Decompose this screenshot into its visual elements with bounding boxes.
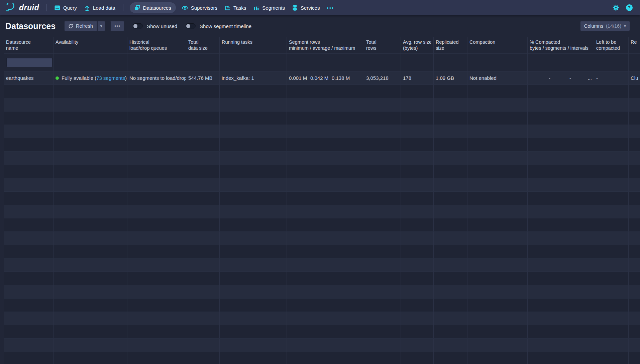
nav-tab-tasks[interactable]: Tasks xyxy=(221,0,250,15)
nav-tab-services[interactable]: Services xyxy=(289,0,324,15)
columns-label: Columns xyxy=(584,23,603,29)
segments-count-link[interactable]: 73 segments xyxy=(96,75,125,81)
table-row-empty xyxy=(4,285,640,299)
cell-left-to-be-compacted: - xyxy=(594,71,629,84)
nav-tab-label: Tasks xyxy=(233,5,246,11)
filter-cell xyxy=(186,54,220,71)
table-row-empty xyxy=(4,138,640,152)
settings-button[interactable] xyxy=(613,4,619,11)
upload-icon xyxy=(84,5,90,11)
table-row-empty xyxy=(4,218,640,232)
table-row-empty xyxy=(4,178,640,192)
filter-cell xyxy=(594,54,629,71)
datasources-table: DatasourcenameAvailabilityHistoricalload… xyxy=(4,37,640,364)
column-header-1[interactable]: Availability xyxy=(54,37,127,53)
column-header-9[interactable]: Compaction xyxy=(467,37,528,53)
nav-tab-query[interactable]: Query xyxy=(51,0,81,15)
nav-tab-label: Query xyxy=(63,5,77,11)
table-row-empty xyxy=(4,152,640,165)
nav-tab-load-data[interactable]: Load data xyxy=(81,0,119,15)
filter-cell xyxy=(54,54,127,71)
table-row-earthquakes: earthquakes Fully available ( 73 segment… xyxy=(4,71,640,85)
druid-logo[interactable]: druid xyxy=(5,3,39,12)
table-row-empty xyxy=(4,165,640,178)
filter-cell xyxy=(287,54,364,71)
column-header-2[interactable]: Historicalload/drop queues xyxy=(127,37,186,53)
nav-tab-label: Segments xyxy=(262,5,285,11)
cell-pct-compacted: - - ... xyxy=(528,71,594,84)
switch-knob xyxy=(133,24,137,28)
gear-icon xyxy=(613,4,619,11)
show-segment-timeline-label: Show segment timeline xyxy=(200,23,251,29)
cell-historical-queues: No segments to load/drop xyxy=(127,71,186,84)
table-row-empty xyxy=(4,112,640,125)
nav-tab-label: Load data xyxy=(93,5,115,11)
table-header-row: DatasourcenameAvailabilityHistoricalload… xyxy=(4,37,640,54)
columns-dropdown-button[interactable]: Columns (14/16) ▾ xyxy=(580,21,630,31)
cell-avg-row-size: 178 xyxy=(401,71,434,84)
more-horizontal-icon: ••• xyxy=(114,23,120,29)
view-toolbar: Datasources Refresh ▾ ••• Show unused Sh… xyxy=(0,15,640,37)
switch-knob xyxy=(186,24,190,28)
filter-cell xyxy=(127,54,186,71)
table-row-empty xyxy=(4,85,640,98)
table-body: earthquakes Fully available ( 73 segment… xyxy=(4,71,640,364)
column-header-3[interactable]: Totaldata size xyxy=(186,37,220,53)
show-unused-switch[interactable] xyxy=(133,23,143,29)
show-segment-timeline-switch[interactable] xyxy=(186,23,196,29)
available-dot-icon xyxy=(56,76,59,80)
datasource-name-filter-input[interactable] xyxy=(6,58,52,67)
refresh-button[interactable]: Refresh xyxy=(64,21,97,31)
column-header-12[interactable]: Re xyxy=(629,37,640,53)
cell-availability: Fully available ( 73 segments ) xyxy=(54,71,127,84)
column-header-7[interactable]: Avg. row size(bytes) xyxy=(401,37,434,53)
column-header-0[interactable]: Datasourcename xyxy=(4,37,54,53)
refresh-interval-dropdown-button[interactable]: ▾ xyxy=(97,21,105,31)
page-title: Datasources xyxy=(5,21,56,31)
nav-tab-label: Supervisors xyxy=(191,5,217,11)
availability-text: Fully available ( xyxy=(62,75,96,81)
help-icon: ? xyxy=(626,4,633,11)
show-unused-label: Show unused xyxy=(147,23,177,29)
cell-total-data-size: 544.76 MB xyxy=(186,71,220,84)
table-row-empty xyxy=(4,325,640,339)
nav-tab-segments[interactable]: Segments xyxy=(250,0,289,15)
table-row-empty xyxy=(4,312,640,325)
column-header-8[interactable]: Replicatedsize xyxy=(434,37,467,53)
columns-count: (14/16) xyxy=(606,23,621,29)
druid-logo-icon xyxy=(5,3,16,12)
column-header-10[interactable]: % Compactedbytes / segments / intervals xyxy=(528,37,594,53)
cell-total-rows: 3,053,218 xyxy=(364,71,401,84)
filter-cell xyxy=(434,54,467,71)
table-row-empty xyxy=(4,205,640,218)
column-header-4[interactable]: Running tasks xyxy=(220,37,287,53)
nav-more-button[interactable]: ••• xyxy=(323,5,337,11)
console-icon xyxy=(55,5,60,11)
column-header-5[interactable]: Segment rowsminimum / average / maximum xyxy=(287,37,364,53)
nav-tab-supervisors[interactable]: Supervisors xyxy=(178,0,221,15)
nav-tab-label: Datasources xyxy=(143,5,171,11)
chevron-down-icon: ▾ xyxy=(624,24,626,28)
nav-tab-datasources[interactable]: Datasources xyxy=(130,2,176,13)
column-header-11[interactable]: Left to becompacted xyxy=(594,37,629,53)
cell-segment-rows: 0.001 M 0.042 M 0.138 M xyxy=(287,71,364,84)
nav-tab-label: Services xyxy=(301,5,320,11)
table-row-empty xyxy=(4,352,640,364)
more-actions-button[interactable]: ••• xyxy=(110,21,124,31)
help-button[interactable]: ? xyxy=(626,4,633,11)
table-row-empty xyxy=(4,98,640,112)
pct-compacted-segments: - xyxy=(550,75,571,81)
more-horizontal-icon: ••• xyxy=(327,5,334,11)
filter-cell xyxy=(629,54,640,71)
column-header-6[interactable]: Totalrows xyxy=(364,37,401,53)
cell-running-tasks: index_kafka: 1 xyxy=(220,71,287,84)
top-nav: druid Query Load data Datasources Superv… xyxy=(0,0,640,15)
filter-cell xyxy=(467,54,528,71)
filter-cell-datasource-name xyxy=(4,54,54,71)
show-unused-toggle-group: Show unused xyxy=(133,23,177,29)
cell-retention: Clu xyxy=(629,71,640,84)
filter-cell xyxy=(220,54,287,71)
cell-compaction: Not enabled xyxy=(467,71,528,84)
table-row-empty xyxy=(4,299,640,312)
chevron-down-icon: ▾ xyxy=(100,24,102,28)
